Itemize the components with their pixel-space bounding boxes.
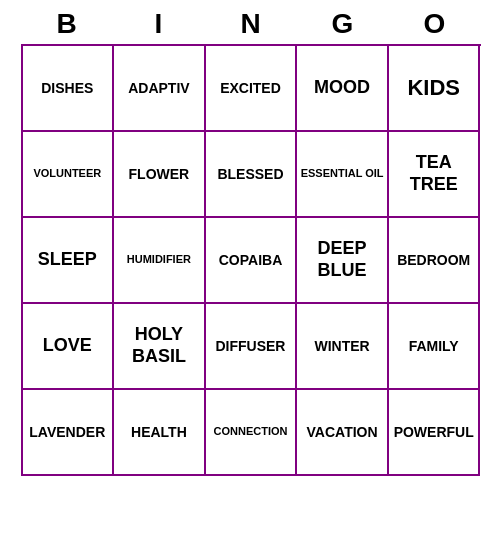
bingo-cell-4: KIDS [389, 46, 481, 132]
cell-text-7: BLESSED [217, 166, 283, 183]
cell-text-17: DIFFUSER [215, 338, 285, 355]
bingo-cell-23: VACATION [297, 390, 389, 476]
cell-text-19: FAMILY [409, 338, 459, 355]
cell-text-4: KIDS [407, 75, 460, 101]
bingo-header: BINGO [21, 8, 481, 40]
bingo-cell-5: VOLUNTEER [23, 132, 115, 218]
bingo-cell-18: WINTER [297, 304, 389, 390]
cell-text-3: MOOD [314, 77, 370, 99]
bingo-cell-20: LAVENDER [23, 390, 115, 476]
cell-text-23: VACATION [307, 424, 378, 441]
bingo-cell-17: DIFFUSER [206, 304, 298, 390]
bingo-cell-6: FLOWER [114, 132, 206, 218]
bingo-cell-22: CONNECTION [206, 390, 298, 476]
cell-text-11: HUMIDIFIER [127, 253, 191, 266]
header-letter-n: N [205, 8, 297, 40]
cell-text-5: VOLUNTEER [33, 167, 101, 180]
bingo-cell-12: COPAIBA [206, 218, 298, 304]
bingo-cell-16: HOLY BASIL [114, 304, 206, 390]
bingo-cell-11: HUMIDIFIER [114, 218, 206, 304]
bingo-cell-10: SLEEP [23, 218, 115, 304]
header-letter-g: G [297, 8, 389, 40]
bingo-cell-8: ESSENTIAL OIL [297, 132, 389, 218]
bingo-cell-9: TEA TREE [389, 132, 481, 218]
cell-text-1: ADAPTIV [128, 80, 189, 97]
bingo-cell-7: BLESSED [206, 132, 298, 218]
bingo-cell-1: ADAPTIV [114, 46, 206, 132]
bingo-cell-13: DEEP BLUE [297, 218, 389, 304]
bingo-cell-2: EXCITED [206, 46, 298, 132]
bingo-cell-15: LOVE [23, 304, 115, 390]
bingo-grid: DISHESADAPTIVEXCITEDMOODKIDSVOLUNTEERFLO… [21, 44, 481, 476]
cell-text-14: BEDROOM [397, 252, 470, 269]
bingo-cell-3: MOOD [297, 46, 389, 132]
cell-text-22: CONNECTION [214, 425, 288, 438]
cell-text-24: POWERFUL [394, 424, 474, 441]
cell-text-9: TEA TREE [391, 152, 477, 195]
cell-text-0: DISHES [41, 80, 93, 97]
cell-text-15: LOVE [43, 335, 92, 357]
bingo-cell-24: POWERFUL [389, 390, 481, 476]
bingo-cell-19: FAMILY [389, 304, 481, 390]
header-letter-b: B [21, 8, 113, 40]
cell-text-8: ESSENTIAL OIL [301, 167, 384, 180]
bingo-cell-0: DISHES [23, 46, 115, 132]
cell-text-2: EXCITED [220, 80, 281, 97]
header-letter-o: O [389, 8, 481, 40]
cell-text-10: SLEEP [38, 249, 97, 271]
cell-text-13: DEEP BLUE [299, 238, 385, 281]
bingo-cell-14: BEDROOM [389, 218, 481, 304]
cell-text-20: LAVENDER [29, 424, 105, 441]
cell-text-21: HEALTH [131, 424, 187, 441]
cell-text-6: FLOWER [129, 166, 190, 183]
cell-text-18: WINTER [314, 338, 369, 355]
cell-text-16: HOLY BASIL [116, 324, 202, 367]
bingo-cell-21: HEALTH [114, 390, 206, 476]
header-letter-i: I [113, 8, 205, 40]
cell-text-12: COPAIBA [219, 252, 283, 269]
